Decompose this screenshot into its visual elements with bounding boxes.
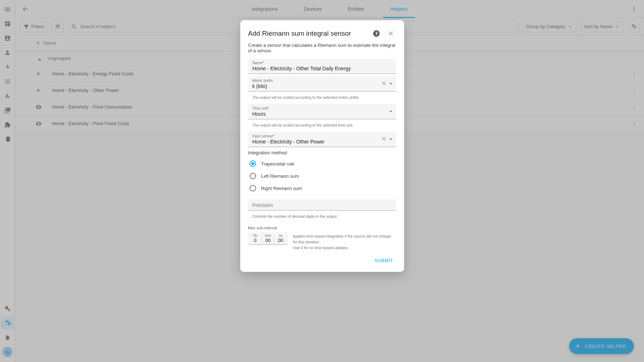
close-icon [387,30,394,37]
metric-prefix-field[interactable]: Metric prefix k (kilo) [248,76,396,92]
name-label: Name* [252,61,392,65]
msi-help: Applies time based integration if the so… [293,232,396,251]
radio-trapezoidal[interactable]: Trapezoidal rule [248,158,396,170]
ss-input[interactable] [277,238,284,243]
time-unit-field[interactable]: Time unit* Hours [248,104,396,119]
name-input[interactable]: Home - Electricity - Other Total Daily E… [252,65,392,72]
radio-label: Trapezoidal rule [261,161,295,167]
close-icon [381,80,387,86]
max-sub-interval-label: Max sub-interval [248,226,396,230]
modal-backdrop[interactable]: Add Riemann sum integral sensor Create a… [0,0,644,362]
metric-prefix-help: The output will be scaled according to t… [248,94,396,104]
radio-label: Left Riemann sum [261,173,299,179]
time-unit-label: Time unit* [252,106,392,110]
dropdown-toggle[interactable] [388,136,394,142]
metric-prefix-label: Metric prefix [252,78,392,83]
close-button[interactable] [385,28,396,39]
dialog-description: Create a sensor that calculates a Rieman… [248,43,396,53]
add-integral-sensor-dialog: Add Riemann sum integral sensor Create a… [240,20,404,272]
help-circle-icon [372,30,380,37]
chevron-down-icon [388,80,394,87]
radio-label: Right Riemann sum [261,186,302,191]
clear-button[interactable] [381,136,387,142]
help-button[interactable] [371,28,382,39]
chevron-down-icon [388,136,394,142]
metric-prefix-value: k (kilo) [252,83,392,90]
input-sensor-value: Home - Electricity - Other Power [252,138,392,145]
clear-button[interactable] [381,80,387,87]
precision-field[interactable]: Precision [248,199,396,211]
hh-input[interactable] [252,238,259,243]
ss-label: ss [279,234,282,238]
name-field[interactable]: Name* Home - Electricity - Other Total D… [248,58,396,74]
close-icon [381,136,387,142]
mm-label: mm [265,234,271,238]
dropdown-toggle[interactable] [388,108,394,115]
mm-input[interactable] [264,238,272,243]
time-unit-value: Hours [252,110,392,118]
time-unit-help: The output will be scaled according to t… [248,122,396,132]
dropdown-toggle[interactable] [388,80,394,87]
chevron-down-icon [388,108,394,115]
duration-input[interactable]: hh : mm : ss [248,232,288,245]
input-sensor-label: Input sensor* [252,134,392,138]
submit-button[interactable]: SUBMIT [372,256,396,265]
precision-help: Controls the number of decimal digits in… [248,213,396,223]
precision-input[interactable]: Precision [252,202,392,209]
input-sensor-field[interactable]: Input sensor* Home - Electricity - Other… [248,132,396,147]
dialog-title: Add Riemann sum integral sensor [248,30,367,37]
radio-right-riemann[interactable]: Right Riemann sum [248,182,396,194]
radio-left-riemann[interactable]: Left Riemann sum [248,170,396,182]
hh-label: hh [253,234,257,238]
integration-method-label: Integration method [248,150,396,155]
